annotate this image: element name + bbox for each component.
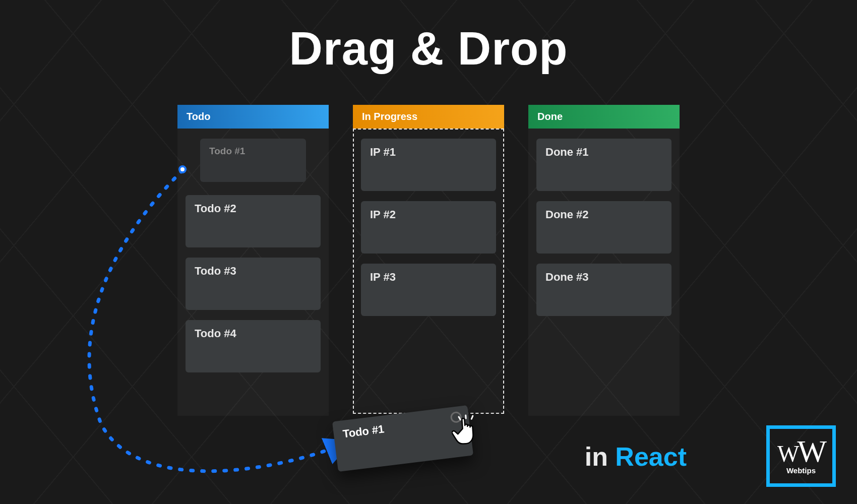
column-body-in-progress[interactable]: IP #1 IP #2 IP #3 — [353, 129, 504, 414]
card[interactable]: Done #1 — [536, 139, 671, 191]
caption-prefix: in — [585, 442, 608, 471]
card[interactable]: IP #3 — [361, 264, 496, 316]
column-body-done[interactable]: Done #1 Done #2 Done #3 — [528, 129, 680, 416]
logo-text: Webtips — [786, 466, 816, 475]
path-start-marker — [178, 165, 187, 173]
svg-line-0 — [459, 417, 460, 420]
caption-highlight: React — [615, 442, 687, 471]
svg-line-2 — [471, 416, 473, 419]
column-body-todo[interactable]: Todo #1 Todo #2 Todo #3 Todo #4 — [177, 129, 329, 416]
column-header-todo: Todo — [177, 105, 329, 129]
card[interactable]: IP #2 — [361, 201, 496, 254]
column-todo: Todo Todo #1 Todo #2 Todo #3 Todo #4 — [177, 105, 329, 416]
column-in-progress: In Progress IP #1 IP #2 IP #3 — [353, 105, 504, 416]
logo-mark: WW — [777, 439, 825, 463]
webtips-logo: WW Webtips — [766, 425, 836, 487]
card[interactable]: Todo #2 — [186, 195, 321, 247]
card[interactable]: IP #1 — [361, 139, 496, 191]
column-header-in-progress: In Progress — [353, 105, 504, 129]
card[interactable]: Todo #3 — [186, 258, 321, 310]
kanban-board: Todo Todo #1 Todo #2 Todo #3 Todo #4 In … — [177, 105, 680, 416]
page-title: Drag & Drop — [0, 22, 857, 75]
card[interactable]: Done #3 — [536, 264, 671, 316]
card[interactable]: Done #2 — [536, 201, 671, 254]
column-done: Done Done #1 Done #2 Done #3 — [528, 105, 680, 416]
caption: in React — [585, 442, 687, 472]
dragging-card-label: Todo #1 — [342, 422, 385, 440]
column-header-done: Done — [528, 105, 680, 129]
pointer-hand-icon — [451, 413, 483, 450]
card-ghost[interactable]: Todo #1 — [200, 139, 306, 182]
card[interactable]: Todo #4 — [186, 320, 321, 372]
